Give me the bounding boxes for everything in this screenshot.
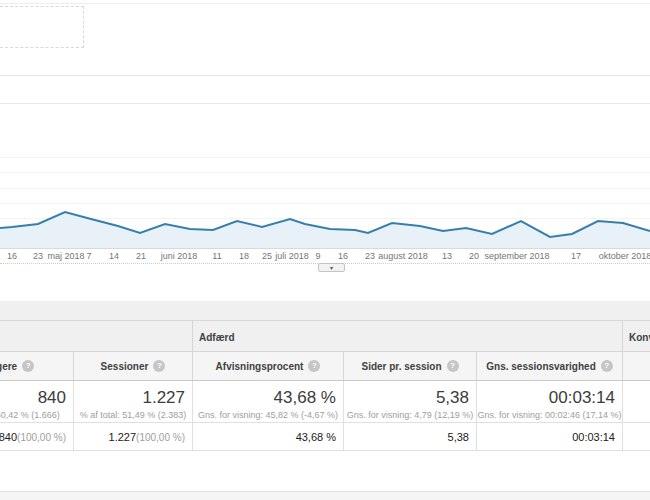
- group-header-label: Adfærd: [193, 321, 622, 343]
- summary-subtext: Gns. for visning: 45,82 % (-4,67 %): [193, 408, 343, 420]
- summary-cell-sessions: 1.227 % af total: 51,49 % (2.383): [73, 381, 192, 422]
- column-header-label: Sessioner: [101, 361, 149, 372]
- summary-cell-pages-per-session: 5,38 Gns. for visning: 4,79 (12,19 %): [343, 381, 476, 422]
- group-header-conversions: Konverteringer: [622, 321, 650, 351]
- caret-down-icon: ▾: [330, 265, 333, 271]
- area-chart-svg: [0, 103, 650, 249]
- x-axis-tick-label: 23: [365, 251, 375, 261]
- x-axis-tick-label: maj 2018: [47, 251, 84, 261]
- cell-bounce-rate: 43,68 %: [192, 423, 343, 450]
- summary-row: 840 % af total: 50,42 % (1.666) 1.227 % …: [0, 381, 650, 423]
- column-header-conversion-rate[interactable]: Konverteringsrate: [622, 352, 650, 380]
- column-header-label: Gns. sessionsvarighed: [486, 361, 596, 372]
- chart-area: [0, 212, 650, 249]
- column-header-pages-per-session[interactable]: Sider pr. session ?: [343, 352, 476, 380]
- group-header-row: Adfærd Konverteringer: [0, 321, 650, 352]
- help-icon[interactable]: ?: [601, 360, 613, 372]
- x-axis-tick-label: juli 2018: [275, 251, 309, 261]
- segment-drop-target[interactable]: [0, 6, 84, 48]
- cell-subvalue: (100,00 %): [136, 432, 185, 443]
- column-header-label: Afvisningsprocent: [216, 361, 304, 372]
- summary-value: 840: [0, 381, 73, 408]
- x-axis-tick-label: 25: [262, 251, 272, 261]
- cell-pages-per-session: 5,38: [343, 423, 476, 450]
- column-header-row: Brugere ? Sessioner ? Afvisningsprocent …: [0, 352, 650, 381]
- x-axis-tick-label: august 2018: [378, 251, 428, 261]
- x-axis-tick-label: 7: [86, 251, 91, 261]
- table-row[interactable]: 840(100,00 %) 1.227(100,00 %) 43,68 % 5,…: [0, 423, 650, 451]
- summary-cell-avg-session-duration: 00:03:14 Gns. for visning: 00:02:46 (17,…: [476, 381, 622, 422]
- group-header-label: Konverteringer: [623, 321, 650, 343]
- column-header-avg-session-duration[interactable]: Gns. sessionsvarighed ?: [476, 352, 622, 380]
- summary-value: [623, 381, 650, 388]
- x-axis-tick-label: 9: [315, 251, 320, 261]
- cell-value: 5,38: [448, 431, 469, 443]
- x-axis-tick-label: 16: [338, 251, 348, 261]
- column-header-label: Brugere: [0, 361, 17, 372]
- cell-subvalue: (100,00 %): [17, 432, 66, 443]
- group-header-acquisition: [0, 321, 192, 351]
- summary-subtext: Gns. for visning: 00:02:46 (17,14 %): [477, 408, 622, 420]
- summary-cell-users: 840 % af total: 50,42 % (1.666): [0, 381, 73, 422]
- summary-subtext: Gns. for visning: 4,79 (12,19 %): [344, 408, 476, 420]
- cell-conversion-rate: [622, 423, 650, 450]
- summary-value: 5,38: [344, 381, 476, 408]
- x-axis-tick-label: 11: [212, 251, 221, 261]
- help-icon[interactable]: ?: [153, 360, 165, 372]
- column-header-users[interactable]: Brugere ?: [0, 352, 73, 380]
- x-axis-tick-label: 17: [571, 251, 581, 261]
- summary-subtext: [623, 388, 650, 390]
- section-divider: [0, 75, 650, 76]
- bottom-bar: [0, 491, 650, 500]
- summary-subtext: % af total: 51,49 % (2.383): [74, 408, 192, 420]
- metrics-table: Adfærd Konverteringer Brugere ? Sessione…: [0, 321, 650, 451]
- x-axis-tick-label: september 2018: [484, 251, 549, 261]
- column-header-sessions[interactable]: Sessioner ?: [73, 352, 192, 380]
- x-axis-tick-label: juni 2018: [161, 251, 198, 261]
- x-axis-tick-label: 18: [239, 251, 249, 261]
- cell-sessions: 1.227(100,00 %): [73, 423, 192, 450]
- cell-value: 1.227: [109, 431, 137, 443]
- cell-avg-session-duration: 00:03:14: [476, 423, 622, 450]
- summary-cell-conversion-rate: [622, 381, 650, 422]
- x-axis-tick-label: 16: [7, 251, 17, 261]
- group-header-behavior: Adfærd: [192, 321, 622, 351]
- cell-value: 43,68 %: [296, 431, 336, 443]
- summary-value: 00:03:14: [477, 381, 622, 408]
- chart-expander-button[interactable]: ▾: [318, 263, 345, 272]
- summary-value: 1.227: [74, 381, 192, 408]
- top-divider: [0, 3, 650, 4]
- x-axis-tick-label: oktober 2018: [599, 251, 650, 261]
- sessions-over-time-chart[interactable]: [0, 103, 650, 249]
- table-toolbar: [0, 301, 650, 321]
- cell-value: 840: [0, 431, 17, 443]
- summary-cell-bounce-rate: 43,68 % Gns. for visning: 45,82 % (-4,67…: [192, 381, 343, 422]
- x-axis-labels: 1623maj 201871421juni 2018111825juli 201…: [0, 251, 650, 263]
- x-axis-line: [0, 248, 650, 249]
- cell-users: 840(100,00 %): [0, 423, 73, 450]
- help-icon[interactable]: ?: [22, 360, 34, 372]
- summary-subtext: % af total: 50,42 % (1.666): [0, 408, 73, 420]
- cell-value: 00:03:14: [572, 431, 615, 443]
- help-icon[interactable]: ?: [308, 360, 320, 372]
- x-axis-tick-label: 20: [469, 251, 479, 261]
- x-axis-tick-label: 23: [33, 251, 43, 261]
- help-icon[interactable]: ?: [447, 360, 459, 372]
- summary-value: 43,68 %: [193, 381, 343, 408]
- x-axis-tick-label: 13: [442, 251, 452, 261]
- column-header-bounce-rate[interactable]: Afvisningsprocent ?: [192, 352, 343, 380]
- x-axis-tick-label: 14: [109, 251, 119, 261]
- column-header-label: Sider pr. session: [361, 361, 441, 372]
- x-axis-tick-label: 21: [136, 251, 146, 261]
